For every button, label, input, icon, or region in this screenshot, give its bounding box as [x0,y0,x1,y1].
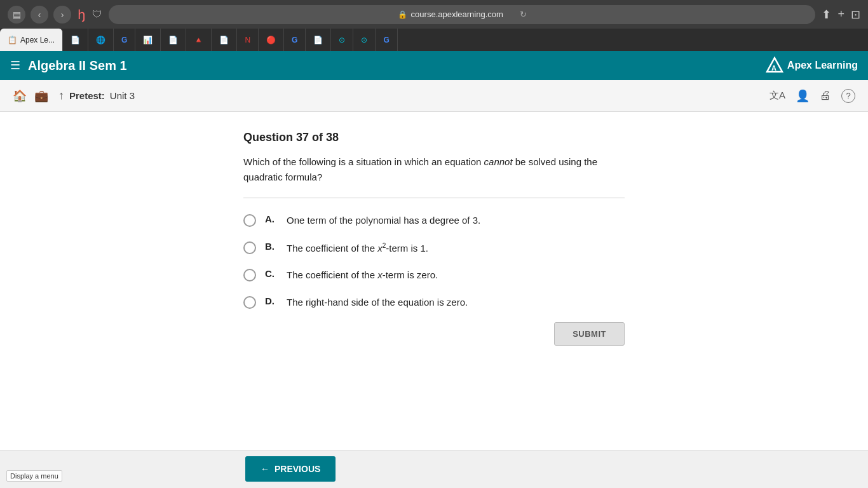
option-b-text: The coefficient of the x2-term is 1. [287,241,625,256]
tab-icon-4: G [121,36,127,44]
tabs-bar: 📋 Apex Le... 📄 🌐 G 📊 📄 🔺 📄 N 🔴 G 📄 ⊙ ⊙ G [0,29,868,51]
option-c-text: The coefficient of the x-term is zero. [287,268,625,283]
option-c-text-after: -term is zero. [383,269,438,280]
divider [243,198,625,198]
tab-9[interactable]: N [237,29,259,51]
pretest-label: Pretest: [69,90,105,101]
tab-active[interactable]: 📋 Apex Le... [0,29,63,51]
up-arrow-icon[interactable]: ↑ [58,89,64,102]
question-emphasis: cannot [484,156,513,167]
tab-icon-13: ⊙ [339,36,345,44]
tab-10[interactable]: 🔴 [259,29,284,51]
option-c-italic: x [377,269,383,280]
url-text: course.apexlearning.com [411,10,503,19]
tab-12[interactable]: 📄 [306,29,331,51]
option-b[interactable]: B. The coefficient of the x2-term is 1. [243,241,625,256]
tab-icon-5: 📊 [143,36,153,44]
submit-row: SUBMIT [243,322,625,346]
question-title: Question 37 of 38 [243,131,625,144]
tab-label-active: Apex Le... [20,36,55,44]
option-d-text: The right-hand side of the equation is z… [287,295,625,310]
tab-icon-12: 📄 [313,36,323,44]
breadcrumb-icons: 🏠 💼 [13,89,48,103]
menu-hamburger-icon[interactable]: ☰ [10,58,20,72]
prev-label: PREVIOUS [275,464,320,474]
tab-favicon-apex: 📋 [8,36,17,44]
radio-b[interactable] [243,241,256,254]
forward-btn[interactable]: › [53,6,71,24]
option-a-letter: A. [265,214,278,224]
option-d[interactable]: D. The right-hand side of the equation i… [243,295,625,310]
tab-2[interactable]: 📄 [63,29,88,51]
browser-controls: ▤ ‹ › [8,6,71,24]
tab-6[interactable]: 📄 [161,29,186,51]
extension-icon-honey: ꜧ [78,7,86,22]
sidebar-toggle-btn[interactable]: ▤ [8,6,25,24]
bottom-nav: Display a menu ← PREVIOUS [0,450,868,488]
unit-text: Unit 3 [110,90,135,101]
breadcrumb-bar: 🏠 💼 ↑ Pretest: Unit 3 文A 👤 🖨 ? [0,80,868,112]
apex-brand-text: Apex Learning [787,60,858,71]
extension-icon-shield: 🛡 [92,9,102,20]
breadcrumb-left: 🏠 💼 ↑ Pretest: Unit 3 [13,89,135,103]
tab-icon-3: 🌐 [96,36,105,44]
display-menu-label: Display a menu [6,470,62,482]
briefcase-icon[interactable]: 💼 [34,89,48,103]
radio-c[interactable] [243,269,256,281]
main-content: Question 37 of 38 Which of the following… [0,112,868,450]
tab-8[interactable]: 📄 [212,29,237,51]
radio-d[interactable] [243,296,256,309]
option-d-letter: D. [265,295,278,306]
tab-icon-11: G [292,36,297,44]
option-a-text: One term of the polynomial has a degree … [287,214,625,228]
tab-icon-7: 🔺 [194,36,203,44]
back-btn[interactable]: ‹ [31,6,48,24]
tab-icon-10: 🔴 [266,36,276,44]
question-text: Which of the following is a situation in… [243,154,625,185]
print-icon[interactable]: 🖨 [820,89,831,102]
translate-icon[interactable]: 文A [770,90,785,102]
option-b-italic: x [377,243,383,254]
lock-icon: 🔒 [398,10,407,19]
share-icon[interactable]: ⬆ [822,8,831,22]
tab-14[interactable]: ⊙ [353,29,376,51]
tab-icon-8: 📄 [219,36,229,44]
home-icon[interactable]: 🏠 [13,89,27,103]
radio-a[interactable] [243,214,256,227]
tab-5[interactable]: 📊 [135,29,161,51]
breadcrumb-right: 文A 👤 🖨 ? [770,89,855,103]
help-icon[interactable]: ? [841,89,855,103]
reload-icon[interactable]: ↻ [520,10,527,19]
option-b-letter: B. [265,241,278,252]
option-b-text-after: -term is 1. [386,243,428,254]
apex-logo-icon: A [766,57,783,74]
new-tab-icon[interactable]: + [837,8,844,21]
option-c[interactable]: C. The coefficient of the x-term is zero… [243,268,625,283]
address-bar[interactable]: 🔒 course.apexlearning.com ↻ [109,5,815,24]
tab-3[interactable]: 🌐 [88,29,114,51]
tab-13[interactable]: ⊙ [331,29,353,51]
option-c-text-before: The coefficient of the [287,269,377,280]
tab-15[interactable]: G [376,29,397,51]
app-title: Algebra II Sem 1 [28,58,127,73]
tab-7[interactable]: 🔺 [186,29,212,51]
tab-11[interactable]: G [284,29,306,51]
option-c-letter: C. [265,268,278,279]
option-b-text-before: The coefficient of the [287,243,377,254]
breadcrumb-nav: ↑ Pretest: Unit 3 [58,89,135,102]
app-header: ☰ Algebra II Sem 1 A Apex Learning [0,51,868,80]
question-text-prefix: Which of the following is a situation in… [243,156,484,167]
tab-icon-9: N [245,36,250,44]
window-icon[interactable]: ⊡ [851,8,860,22]
svg-text:A: A [771,64,776,72]
apex-logo: A Apex Learning [766,57,858,74]
previous-button[interactable]: ← PREVIOUS [245,456,336,482]
tab-4[interactable]: G [114,29,135,51]
prev-arrow-icon: ← [261,464,269,474]
tab-icon-14: ⊙ [361,36,367,44]
tab-icon-2: 📄 [71,36,80,44]
person-icon[interactable]: 👤 [796,89,810,103]
submit-button[interactable]: SUBMIT [554,322,625,346]
question-container: Question 37 of 38 Which of the following… [243,131,625,346]
option-a[interactable]: A. One term of the polynomial has a degr… [243,214,625,228]
